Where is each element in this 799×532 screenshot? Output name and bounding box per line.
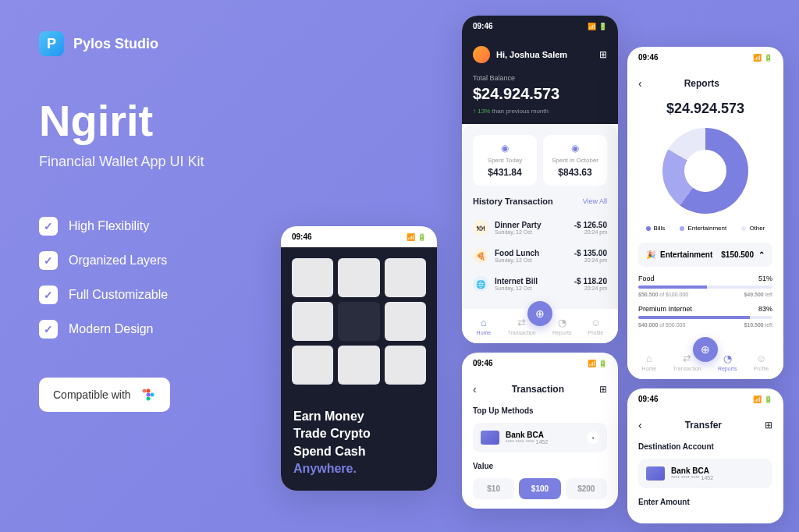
logo-icon: P (39, 31, 64, 56)
spent-month-card[interactable]: ◉ Spent in October $843.63 (543, 135, 607, 186)
check-icon: ✓ (39, 217, 58, 236)
home-icon: ⌂ (646, 353, 652, 364)
feature-label: Full Customizable (69, 288, 168, 302)
history-title: History Transaction (473, 197, 553, 206)
nav-profile[interactable]: ☺Profile (754, 353, 769, 371)
tx-icon: 🍕 (473, 248, 488, 264)
svg-point-3 (146, 397, 150, 401)
status-bar: 09:46 📶 🔋 (627, 388, 783, 410)
nav-home[interactable]: ⌂Home (642, 353, 657, 371)
brand-name: Pylos Studio (73, 36, 158, 52)
phone-mockup-promo: 09:46 📶 🔋 Earn Money Trade Crypto Spend … (281, 226, 437, 491)
budget-pct: 51% (758, 275, 772, 282)
promo-preview-grid (281, 247, 437, 395)
cat-value: $150.500 (721, 250, 754, 259)
promo-line: Earn Money (293, 408, 424, 425)
qr-icon[interactable]: ⊞ (765, 420, 772, 431)
check-icon: ✓ (39, 251, 58, 270)
balance-value: $24.924.573 (473, 85, 607, 103)
fab-button[interactable]: ⊕ (693, 337, 718, 362)
signal-icons: 📶 🔋 (588, 23, 607, 30)
qr-icon[interactable]: ⊞ (599, 49, 607, 60)
budget-row: Premium Internet83% $40.000 of $50.000$1… (638, 305, 772, 328)
avatar[interactable] (473, 46, 490, 63)
tx-row[interactable]: 🌐Internet BillSunday, 12 Oct -$ 118.2020… (473, 270, 607, 298)
value-chip[interactable]: $10 (473, 478, 514, 499)
tx-row[interactable]: 🍽Dinner PartySunday, 12 Oct -$ 126.5020:… (473, 214, 607, 242)
transaction-icon: ⇄ (517, 317, 526, 328)
page-title: Transaction (512, 384, 564, 395)
compat-label: Compatible with (53, 388, 131, 401)
phone-mockup-home: 09:46 📶 🔋 Hi, Joshua Salem ⊞ Total Balan… (462, 16, 618, 343)
spent-value: $431.84 (481, 167, 529, 178)
nav-home[interactable]: ⌂Home (477, 317, 492, 335)
bank-card[interactable]: Bank BCA**** **** **** 1452 (638, 459, 772, 488)
phone-mockup-transaction: 09:46 📶 🔋 ‹ Transaction ⊞ Top Up Methods… (462, 353, 618, 509)
greeting-text: Hi, Joshua Salem (496, 50, 567, 59)
bottom-nav: ⌂Home ⇄Transaction ⊕ ◔Reports ☺Profile (627, 345, 783, 379)
tx-name: Food Lunch (495, 249, 539, 257)
spent-label: Spent Today (481, 157, 529, 164)
qr-icon[interactable]: ⊞ (599, 384, 607, 395)
bank-card[interactable]: Bank BCA**** **** **** 1452 › (473, 423, 607, 452)
legend-item: Entertainment (680, 225, 726, 232)
svg-point-2 (150, 393, 154, 397)
tx-date: Sunday, 12 Oct (495, 286, 538, 291)
promo-line: Trade Crypto (293, 425, 424, 442)
view-all-link[interactable]: View All (583, 197, 607, 205)
value-chip[interactable]: $100 (519, 478, 560, 499)
spent-value: $843.63 (551, 167, 599, 178)
transaction-icon: ⇄ (683, 353, 691, 364)
tx-time: 20:24 pm (574, 286, 607, 291)
nav-profile[interactable]: ☺Profile (588, 317, 604, 335)
bank-name: Bank BCA (506, 431, 548, 439)
nav-reports[interactable]: ◔Reports (552, 317, 572, 335)
tx-amount: -$ 135.00 (574, 249, 607, 257)
back-icon[interactable]: ‹ (638, 77, 642, 90)
donut-chart (662, 128, 748, 214)
reports-icon: ◔ (558, 317, 566, 328)
tx-time: 20:24 pm (574, 257, 607, 263)
status-time: 09:46 (638, 53, 659, 62)
profile-icon: ☺ (591, 317, 601, 328)
budget-row: Food51% $50.500 of $100.000$49.500 left (638, 275, 772, 297)
value-chip[interactable]: $200 (566, 478, 607, 499)
reports-balance: $24.924.573 (638, 101, 772, 117)
product-subtitle: Financial Wallet App UI Kit (39, 154, 351, 170)
compatibility-badge: Compatible with (39, 378, 170, 412)
page-title: Reports (684, 78, 719, 89)
category-header[interactable]: 🎉Entertainment $150.500⌃ (638, 243, 772, 267)
balance-label: Total Balance (473, 74, 607, 82)
budget-pct: 83% (758, 305, 772, 313)
status-time: 09:46 (473, 22, 493, 30)
calendar-icon: ◉ (551, 143, 599, 154)
topup-label: Top Up Methods (473, 406, 607, 415)
tx-icon: 🍽 (473, 220, 488, 236)
feature-label: High Flexibility (69, 219, 149, 233)
tx-amount: -$ 126.50 (574, 221, 607, 229)
tx-date: Sunday, 12 Oct (495, 257, 539, 263)
brand-logo: P Pylos Studio (39, 31, 351, 56)
product-title: Ngirit (39, 95, 351, 146)
value-label: Value (473, 462, 607, 470)
back-icon[interactable]: ‹ (473, 383, 477, 395)
bottom-nav: ⌂Home ⇄Transaction ⊕ ◔Reports ☺Profile (462, 309, 618, 343)
status-bar: 09:46 📶 🔋 (462, 353, 618, 374)
bank-name: Bank BCA (671, 466, 713, 475)
tx-amount: -$ 118.20 (574, 277, 607, 286)
signal-icons: 📶 🔋 (407, 233, 426, 241)
feature-label: Modern Design (69, 322, 154, 336)
tx-icon: 🌐 (473, 276, 488, 292)
legend-item: Bills (646, 225, 666, 232)
promo-line: Anywhere. (293, 460, 424, 477)
back-icon[interactable]: ‹ (638, 419, 642, 431)
dest-label: Destination Account (638, 442, 772, 451)
status-bar: 09:46 📶 🔋 (627, 47, 783, 68)
tx-row[interactable]: 🍕Food LunchSunday, 12 Oct -$ 135.0020:24… (473, 242, 607, 270)
nav-reports[interactable]: ◔Reports (718, 353, 737, 371)
fab-button[interactable]: ⊕ (527, 301, 552, 326)
spent-today-card[interactable]: ◉ Spent Today $431.84 (473, 135, 537, 186)
budget-name: Premium Internet (638, 305, 692, 313)
bank-num: **** **** **** 1452 (671, 475, 713, 481)
reports-icon: ◔ (723, 353, 732, 364)
